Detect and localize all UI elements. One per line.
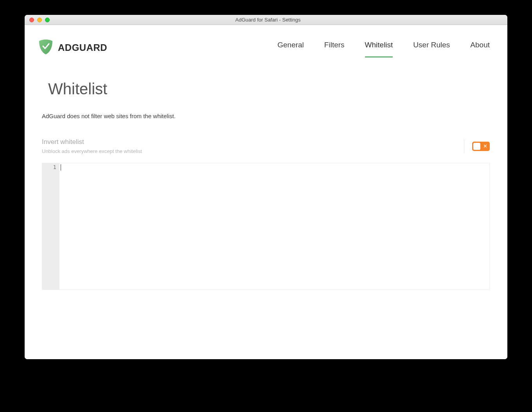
setting-title: Invert whitelist [42, 138, 142, 146]
tab-user-rules[interactable]: User Rules [413, 38, 450, 58]
brand-name: ADGUARD [58, 42, 107, 53]
editor-gutter: 1 [42, 163, 59, 290]
tab-general[interactable]: General [277, 38, 304, 58]
setting-text: Invert whitelist Unblock ads everywhere … [42, 138, 142, 154]
line-number: 1 [42, 164, 56, 170]
setting-subtitle: Unblock ads everywhere except the whitel… [42, 148, 142, 154]
invert-whitelist-toggle[interactable]: ✕ [472, 142, 490, 151]
page-body: Whitelist AdGuard does not filter web si… [25, 58, 507, 290]
logo-area: ADGUARD [38, 39, 107, 57]
text-cursor [61, 164, 61, 171]
page-title: Whitelist [48, 80, 490, 98]
close-window-button[interactable] [29, 18, 34, 22]
shield-icon [38, 39, 53, 57]
header: ADGUARD General Filters Whitelist User R… [25, 25, 507, 58]
whitelist-editor[interactable]: 1 [42, 163, 490, 290]
maximize-window-button[interactable] [45, 18, 50, 22]
tab-filters[interactable]: Filters [324, 38, 345, 58]
tab-whitelist[interactable]: Whitelist [365, 38, 393, 58]
window-title: AdGuard for Safari - Settings [29, 17, 507, 23]
toggle-area: ✕ [464, 139, 490, 153]
minimize-window-button[interactable] [37, 18, 42, 22]
content: ADGUARD General Filters Whitelist User R… [25, 25, 507, 359]
setting-invert-whitelist: Invert whitelist Unblock ads everywhere … [42, 138, 490, 154]
traffic-lights [29, 18, 50, 22]
app-window: AdGuard for Safari - Settings [25, 15, 507, 359]
editor-text-area[interactable] [59, 163, 489, 290]
tabs: General Filters Whitelist User Rules Abo… [277, 38, 490, 58]
titlebar: AdGuard for Safari - Settings [25, 15, 507, 25]
x-icon: ✕ [483, 144, 487, 149]
divider [464, 139, 464, 153]
tab-about[interactable]: About [470, 38, 490, 58]
toggle-knob [473, 143, 480, 150]
page-description: AdGuard does not filter web sites from t… [42, 113, 490, 119]
